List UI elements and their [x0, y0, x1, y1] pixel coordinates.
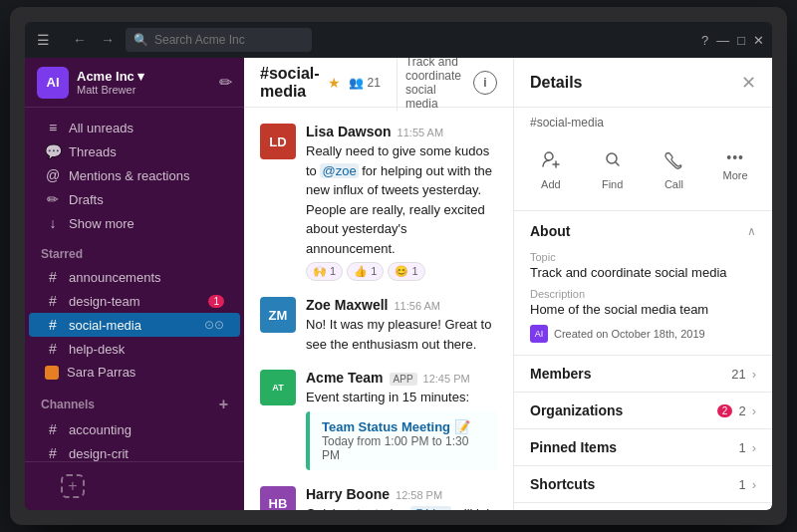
channels-label: Channels: [41, 398, 95, 411]
threads-label: Threads: [69, 144, 117, 159]
acme-avatar: AT: [260, 370, 296, 405]
app-body: AI Acme Inc ▾ Matt Brewer ✏ ≡ All unread…: [25, 58, 772, 510]
sidebar-item-design-team[interactable]: # design-team 1: [29, 289, 240, 313]
sidebar-item-sara[interactable]: Sara Parras: [29, 361, 240, 384]
details-more-button[interactable]: ••• More: [706, 141, 764, 198]
sidebar: AI Acme Inc ▾ Matt Brewer ✏ ≡ All unread…: [25, 58, 244, 510]
details-close-button[interactable]: ✕: [741, 72, 756, 94]
sidebar-item-drafts[interactable]: ✏ Drafts: [29, 187, 240, 211]
maximize-button[interactable]: □: [737, 33, 745, 48]
sidebar-item-accounting[interactable]: # accounting: [29, 417, 240, 441]
chat-header: #social-media ★ 👥 21 Track and coordinat…: [244, 58, 513, 108]
shortcuts-row-left: Shortcuts: [530, 476, 595, 492]
message-1: LD Lisa Dawson 11:55 AM Really need to g…: [260, 124, 497, 281]
members-icon: 👥: [349, 76, 364, 90]
sidebar-item-all-unreads[interactable]: ≡ All unreads: [29, 116, 240, 139]
help-button[interactable]: ?: [701, 33, 708, 48]
zoe-avatar: ZM: [260, 297, 296, 333]
announcements-label: announcements: [69, 270, 161, 285]
msg1-header: Lisa Dawson 11:55 AM: [306, 124, 497, 139]
sara-label: Sara Parras: [67, 365, 135, 380]
workspace-name[interactable]: Acme Inc ▾: [77, 69, 211, 84]
message-3: AT Acme Team APP 12:45 PM Event starting…: [260, 370, 497, 470]
details-content: Add Find: [514, 130, 772, 510]
close-button[interactable]: ✕: [753, 33, 764, 48]
compose-button[interactable]: ✏: [219, 73, 232, 92]
organizations-row[interactable]: Organizations 2 2 ›: [514, 393, 772, 429]
msg4-author: Harry Boone: [306, 486, 390, 502]
design-crit-icon: #: [45, 445, 61, 461]
msg2-time: 11:56 AM: [394, 300, 439, 312]
msg1-author: Lisa Dawson: [306, 124, 392, 139]
sidebar-item-threads[interactable]: 💬 Threads: [29, 139, 240, 163]
menu-icon[interactable]: ☰: [33, 32, 54, 48]
titlebar-left: ☰ ← → 🔍: [33, 28, 312, 52]
details-title: Details: [530, 74, 733, 92]
find-icon: [603, 149, 623, 174]
message-2: ZM Zoe Maxwell 11:56 AM No! It was my pl…: [260, 297, 497, 354]
channel-info-button[interactable]: i: [473, 71, 497, 95]
channel-star-icon[interactable]: ★: [328, 75, 341, 91]
shortcuts-chevron-icon: ›: [752, 477, 756, 492]
social-media-label: social-media: [69, 318, 141, 333]
reaction-2[interactable]: 👍 1: [347, 262, 384, 281]
msg1-body: Lisa Dawson 11:55 AM Really need to give…: [306, 124, 497, 281]
search-bar[interactable]: 🔍: [126, 28, 312, 52]
msg4-text: Quick note: today @Lisa will join our te…: [306, 504, 497, 511]
event-card[interactable]: Team Status Meeting 📝 Today from 1:00 PM…: [306, 411, 497, 470]
details-panel: Details ✕ #social-media: [513, 58, 772, 510]
members-row[interactable]: Members 21 ›: [514, 356, 772, 393]
nav-area: ← →: [68, 30, 120, 50]
drafts-icon: ✏: [45, 191, 61, 207]
sara-avatar-icon: [45, 366, 59, 380]
design-team-icon: #: [45, 293, 61, 309]
sidebar-item-show-more[interactable]: ↓ Show more: [29, 211, 240, 235]
details-find-button[interactable]: Find: [584, 141, 642, 198]
created-text: Created on October 18th, 2019: [554, 328, 705, 340]
all-unreads-icon: ≡: [45, 120, 61, 135]
threads-icon: 💬: [45, 143, 61, 159]
reaction-1[interactable]: 🙌 1: [306, 262, 343, 281]
organizations-chevron-icon: ›: [752, 403, 756, 418]
organizations-badge: 2: [717, 404, 733, 417]
members-row-right: 21 ›: [731, 367, 756, 382]
organizations-row-right: 2 2 ›: [717, 403, 756, 418]
msg2-author: Zoe Maxwell: [306, 297, 388, 313]
sidebar-item-design-crit[interactable]: # design-crit: [29, 441, 240, 461]
details-add-button[interactable]: Add: [522, 141, 580, 198]
about-section-header[interactable]: About ∧: [514, 211, 772, 251]
created-info: AI Created on October 18th, 2019: [530, 325, 756, 343]
msg3-body: Acme Team APP 12:45 PM Event starting in…: [306, 370, 497, 470]
search-input[interactable]: [154, 33, 304, 47]
help-desk-icon: #: [45, 341, 61, 357]
msg4-time: 12:58 PM: [396, 489, 442, 501]
messages-area: LD Lisa Dawson 11:55 AM Really need to g…: [244, 108, 513, 510]
accounting-icon: #: [45, 421, 61, 437]
sidebar-item-mentions[interactable]: @ Mentions & reactions: [29, 163, 240, 187]
sidebar-item-announcements[interactable]: # announcements: [29, 265, 240, 289]
details-channel-name: #social-media: [514, 108, 772, 130]
shortcuts-row[interactable]: Shortcuts 1 ›: [514, 466, 772, 503]
call-icon: [664, 149, 683, 174]
search-icon: 🔍: [133, 33, 148, 47]
mention-lisa: @Lisa: [410, 506, 451, 511]
add-workspace-button[interactable]: +: [45, 470, 224, 502]
titlebar-right: ? — □ ✕: [701, 33, 764, 48]
pinned-items-row[interactable]: Pinned Items 1 ›: [514, 429, 772, 466]
back-button[interactable]: ←: [68, 30, 92, 50]
sidebar-content: ≡ All unreads 💬 Threads @ Mentions & rea…: [25, 108, 244, 461]
channels-section-header: Channels +: [25, 384, 244, 417]
sidebar-item-social-media[interactable]: # social-media ⊙⊙: [29, 313, 240, 337]
forward-button[interactable]: →: [96, 30, 120, 50]
organizations-row-title: Organizations: [530, 402, 623, 418]
sidebar-header: AI Acme Inc ▾ Matt Brewer ✏: [25, 58, 244, 108]
add-workspace-icon: +: [61, 474, 85, 498]
sidebar-item-help-desk[interactable]: # help-desk: [29, 337, 240, 361]
message-4: HB Harry Boone 12:58 PM Quick note: toda…: [260, 486, 497, 511]
minimize-button[interactable]: —: [716, 33, 729, 48]
msg1-text: Really need to give some kudos to @zoe f…: [306, 141, 497, 258]
titlebar: ☰ ← → 🔍 ? — □ ✕: [25, 22, 772, 58]
reaction-3[interactable]: 😊 1: [388, 262, 424, 281]
details-call-button[interactable]: Call: [646, 141, 703, 198]
add-channel-button[interactable]: +: [219, 396, 228, 413]
